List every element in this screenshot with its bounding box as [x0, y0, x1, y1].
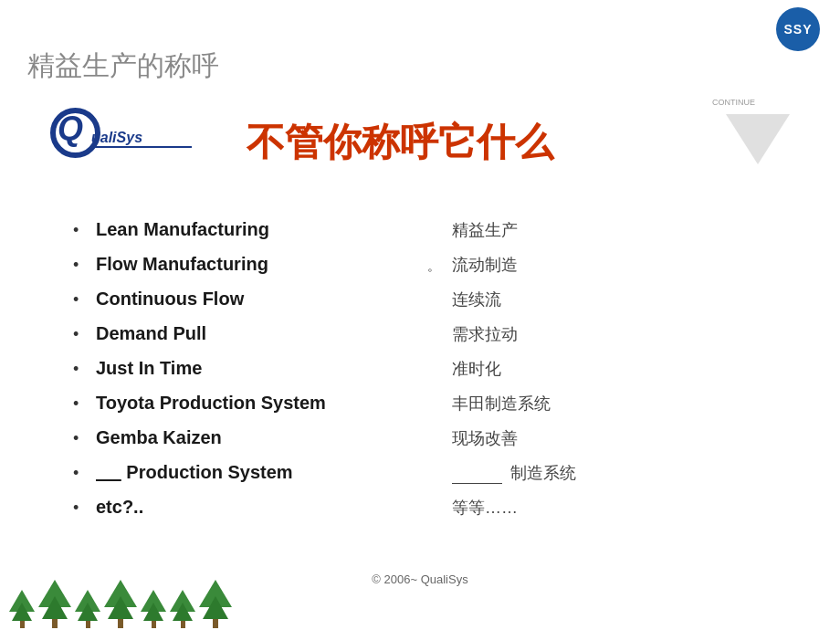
- logo-area: SSY: [776, 7, 831, 53]
- list-item: • Production System 制造系统: [73, 462, 785, 484]
- list-item: • Demand Pull 需求拉动: [73, 323, 785, 345]
- tree-mid: [173, 603, 193, 621]
- tree-trunk: [118, 619, 123, 628]
- ssy-logo: SSY: [776, 7, 820, 51]
- tree-trunk: [20, 621, 25, 628]
- item-chinese-7: 现场改善: [452, 427, 518, 449]
- triangle-shape: [726, 114, 790, 164]
- item-english-3: Continuous Flow: [96, 289, 425, 310]
- tree-1: [9, 590, 35, 628]
- q-letter: Q: [58, 110, 83, 148]
- list-item: • Flow Manufacturing 。 流动制造: [73, 254, 785, 276]
- item-english-8: Production System: [96, 462, 425, 483]
- tree-trunk: [52, 619, 58, 628]
- blank-english: [96, 462, 121, 482]
- list-item: • Just In Time 准时化: [73, 358, 785, 380]
- tree-mid: [42, 596, 68, 619]
- item-chinese-2: 流动制造: [452, 254, 518, 276]
- tree-mid: [143, 603, 163, 621]
- item-english-4: Demand Pull: [96, 323, 425, 344]
- item-chinese-5: 准时化: [452, 358, 501, 380]
- item-english-9: etc?..: [96, 497, 425, 518]
- bullet-8: •: [73, 464, 87, 483]
- page-title: 精益生产的称呼: [27, 47, 219, 85]
- main-heading: 不管你称呼它什么: [247, 117, 553, 168]
- bullet-4: •: [73, 325, 87, 344]
- tree-mid: [12, 603, 32, 621]
- bullet-3: •: [73, 290, 87, 310]
- tree-6: [170, 590, 195, 628]
- tree-mid: [108, 596, 133, 619]
- tree-trunk: [152, 621, 156, 628]
- qualisys-logo: Q ualiSys: [50, 108, 233, 163]
- item-chinese-1: 精益生产: [452, 219, 518, 241]
- item-english-5: Just In Time: [96, 358, 425, 379]
- bullet-6: •: [73, 394, 87, 414]
- trees-area: [0, 580, 232, 630]
- bullet-5: •: [73, 360, 87, 379]
- item-chinese-4: 需求拉动: [452, 323, 518, 345]
- bullet-7: •: [73, 429, 87, 448]
- list-item: • Toyota Production System 丰田制造系统: [73, 393, 785, 415]
- tree-trunk: [86, 621, 90, 628]
- tree-3: [75, 590, 100, 628]
- tree-mid: [78, 603, 98, 621]
- bullet-2: •: [73, 256, 87, 275]
- logo-text: SSY: [783, 22, 812, 37]
- item-english-7: Gemba Kaizen: [96, 427, 425, 448]
- tree-7: [199, 580, 232, 628]
- item-english-2: Flow Manufacturing: [96, 254, 425, 275]
- tree-trunk: [181, 621, 185, 628]
- qualisys-underline: [91, 146, 192, 148]
- list-item: • Lean Manufacturing 精益生产: [73, 219, 785, 241]
- list-item: • Continuous Flow 连续流: [73, 289, 785, 310]
- content-area: • Lean Manufacturing 精益生产 • Flow Manufac…: [73, 219, 785, 531]
- item-chinese-8: 制造系统: [452, 462, 576, 484]
- tree-5: [141, 590, 166, 628]
- tree-mid: [203, 596, 228, 619]
- qualisys-text: ualiSys: [91, 130, 142, 146]
- tree-trunk: [213, 619, 218, 628]
- copyright-text: © 2006~ QualiSys: [372, 572, 467, 586]
- item-english-6: Toyota Production System: [96, 393, 425, 414]
- dot-2: 。: [425, 258, 443, 275]
- triangle-label: CONTINUE: [712, 98, 755, 107]
- tree-4: [104, 580, 137, 628]
- bullet-9: •: [73, 499, 87, 518]
- item-english-1: Lean Manufacturing: [96, 219, 425, 240]
- item-chinese-6: 丰田制造系统: [452, 393, 551, 415]
- bullet-1: •: [73, 221, 87, 240]
- list-item: • Gemba Kaizen 现场改善: [73, 427, 785, 449]
- list-item: • etc?.. 等等……: [73, 497, 785, 519]
- triangle-decoration: CONTINUE: [726, 114, 790, 164]
- blank-cn: [452, 483, 502, 484]
- item-chinese-9: 等等……: [452, 497, 518, 519]
- item-chinese-3: 连续流: [452, 289, 501, 310]
- tree-2: [38, 580, 71, 628]
